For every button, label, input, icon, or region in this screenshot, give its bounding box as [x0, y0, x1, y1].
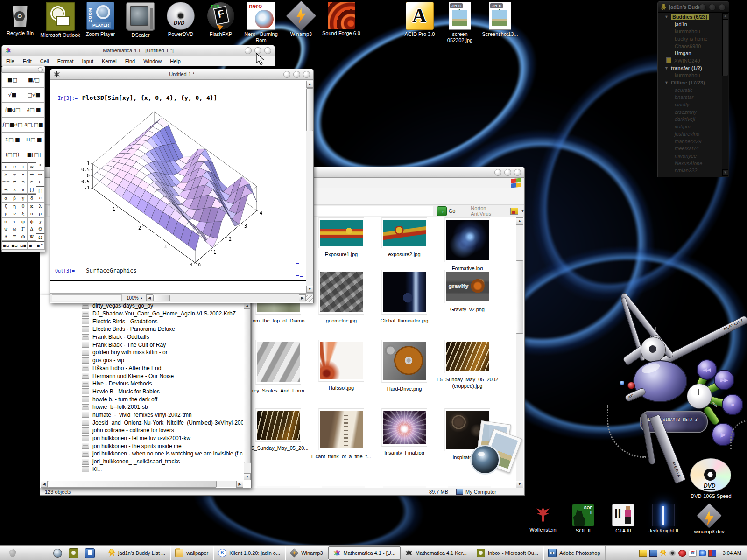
music-file-row[interactable]: Electric Birds - Gradations	[41, 317, 243, 325]
music-file-row[interactable]: Frank Black - The Cult of Ray	[41, 341, 243, 349]
file-thumbnail[interactable]: Formative.jpg	[435, 217, 500, 270]
file-thumbnail[interactable]: Global_lluminator.jpg	[374, 270, 435, 340]
menu-item[interactable]: Kernel	[98, 58, 121, 64]
stop-button[interactable]: ■	[722, 394, 743, 415]
zoom-stepper-icon[interactable]: ▲	[140, 296, 143, 300]
palette-key[interactable]: Λ	[1, 233, 10, 241]
robot-play-hub[interactable]	[687, 384, 712, 409]
buddy-row[interactable]: ▼ bucky is home	[659, 35, 722, 42]
minimize-button[interactable]	[494, 169, 501, 176]
buddy-scrollbar[interactable]: ▲ ▼	[722, 13, 728, 176]
palette-key[interactable]: ρ	[36, 210, 45, 218]
palette-key[interactable]: ↦	[36, 170, 45, 179]
palette-key[interactable]: κ	[27, 202, 36, 210]
desktop-icon[interactable]: GTA III	[603, 504, 643, 534]
buddy-row[interactable]: ▼ XWING249	[659, 57, 722, 64]
menu-item[interactable]: Cell	[36, 58, 53, 64]
palette-key[interactable]: ≤	[19, 178, 28, 186]
palette-key[interactable]: i	[19, 162, 28, 171]
menu-item[interactable]: Input	[78, 58, 98, 64]
file-thumbnail[interactable]: i_cant_think_of_a_title_f...	[309, 408, 374, 483]
palette-key[interactable]: ▪^	[36, 241, 45, 250]
palette-key[interactable]: Ψ	[27, 233, 36, 241]
music-file-row[interactable]: jori hulkkonen - when no one is watching…	[41, 450, 243, 458]
desktop-icon[interactable]: Microsoft Outlook	[40, 2, 80, 43]
palette-key[interactable]: √■	[1, 87, 23, 103]
menu-item[interactable]: Help	[166, 58, 185, 64]
palette-key[interactable]: ∂□,□■	[23, 117, 45, 133]
palette-key[interactable]: ∈	[36, 178, 45, 186]
palette-key[interactable]: e	[10, 162, 19, 171]
desktop-icon[interactable]: Nero - Burning Rom	[241, 2, 281, 43]
buddy-row[interactable]: ▼ Buddies (6/23)	[659, 13, 722, 21]
scroll-right-icon[interactable]: ▶	[236, 481, 243, 488]
palette-key[interactable]: ∧	[10, 186, 19, 194]
palette-key[interactable]: β	[10, 194, 19, 203]
close-button[interactable]	[38, 67, 43, 72]
music-file-row[interactable]: Hermann und Kleine - Our Noise	[41, 372, 243, 380]
menu-item[interactable]: Format	[53, 58, 78, 64]
music-file-row[interactable]: humate_-_vivid_remixes-vinyl-2002-tmn	[41, 411, 243, 419]
music-file-row[interactable]: Hive - Devious Methods	[41, 380, 243, 388]
group-collapse-icon[interactable]: ▼	[664, 66, 669, 70]
music-file-row[interactable]: howie b. - turn the dark off	[41, 395, 243, 403]
palette-key[interactable]: ⋃	[27, 186, 36, 194]
palette-key[interactable]: ▪‾	[27, 241, 36, 250]
desktop-icon[interactable]: FlashFXP	[201, 2, 241, 43]
next-button[interactable]: ▶▶	[714, 370, 734, 390]
file-thumbnail[interactable]: Exposure1.jpg	[309, 217, 374, 270]
menu-item[interactable]: Find	[121, 58, 139, 64]
palette-key[interactable]: ν	[10, 210, 19, 218]
taskbar-button[interactable]: Klient 1.0.20: jadin o...	[213, 546, 285, 560]
palette-key[interactable]: °	[36, 162, 45, 170]
scroll-up-icon[interactable]: ▲	[306, 81, 313, 88]
close-button[interactable]	[719, 4, 726, 11]
scrollbar-thumb[interactable]	[153, 295, 170, 301]
music-file-row[interactable]: golden boy with miss kittin - or	[41, 349, 243, 357]
buddy-row[interactable]: ▼ Offline (17/23)	[659, 79, 722, 86]
palette-key[interactable]: σ	[1, 217, 10, 226]
buddy-row[interactable]: ▼ transfer (1/2)	[659, 64, 722, 72]
palette-key[interactable]: Σ□ ■	[1, 132, 23, 147]
palette-key[interactable]: ϕ	[27, 217, 36, 226]
taskbar-button[interactable]: Winamp3	[285, 546, 328, 560]
palette-key[interactable]: γ	[19, 194, 28, 203]
music-list-hscrollbar[interactable]: ◀ ▶	[41, 481, 243, 487]
desktop-icon[interactable]: Screenshot13...	[480, 2, 520, 43]
music-file-row[interactable]: Håkan Lidbo - After the End	[41, 364, 243, 372]
buddy-row[interactable]: ▼ crsezmny	[659, 108, 722, 116]
file-thumbnail[interactable]: I-5_Sunday_May_05_2002 (cropped).jpg	[435, 340, 500, 408]
tray-icon[interactable]	[649, 550, 657, 557]
palette-key[interactable]: ∙	[19, 170, 28, 179]
palette-key[interactable]: Δ	[27, 225, 36, 233]
buddy-row[interactable]: ▼ mivonyee	[659, 152, 722, 160]
palette-key[interactable]: ÷	[10, 170, 19, 179]
desktop-icon[interactable]: Jedi Knight II	[643, 504, 684, 534]
outlook-quicklaunch-icon[interactable]	[69, 548, 78, 558]
palette-key[interactable]: ξ	[19, 210, 28, 218]
music-file-row[interactable]: john coltrane - coltrane for lovers	[41, 427, 243, 434]
menu-item[interactable]: Edit	[19, 58, 36, 64]
desktop-icon[interactable]: screen 052302.jpg	[440, 2, 480, 43]
palette-key[interactable]: ▫▪	[19, 241, 28, 250]
taskbar-button[interactable]: Mathematica 4.1 Ker...	[401, 546, 472, 560]
palette-key[interactable]: ∫■d□	[1, 102, 23, 118]
scroll-down-icon[interactable]: ▼	[722, 169, 728, 176]
desktop-icon[interactable]: ACID Pro 3.0	[400, 2, 440, 43]
buddy-row[interactable]: ▼ darkriveji	[659, 116, 722, 123]
desktop-icon[interactable]: Recycle Bin	[0, 2, 40, 43]
file-thumbnail[interactable]: Grey_Scales_And_Form...	[248, 340, 309, 408]
palette-key[interactable]: δ	[27, 194, 36, 203]
buddy-row[interactable]: ▼ mahnec429	[659, 138, 722, 145]
scrollbar-thumb[interactable]	[244, 308, 251, 463]
palette-key[interactable]: Γ	[19, 225, 28, 233]
scrollbar-thumb[interactable]	[516, 260, 523, 334]
scroll-down-icon[interactable]: ▼	[306, 286, 313, 293]
desktop-icon[interactable]: winamp3 dev	[691, 504, 727, 535]
palette-key[interactable]: μ	[1, 210, 10, 218]
group-collapse-icon[interactable]: ▼	[664, 14, 669, 19]
palette-key[interactable]: Θ	[36, 225, 45, 233]
palette-key[interactable]: χ	[36, 217, 45, 226]
start-button[interactable]	[0, 546, 25, 560]
minimize-button[interactable]	[245, 47, 252, 54]
